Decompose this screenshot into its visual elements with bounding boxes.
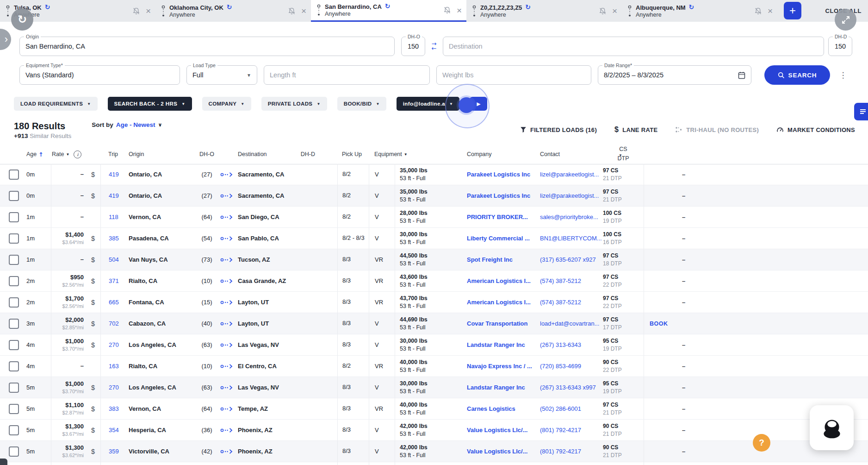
pickup-column-header[interactable]: Pick Up [337,151,369,157]
row-trip-link[interactable]: 419 [100,185,123,206]
book-bid-chip[interactable]: BOOK/BID ▼ [337,97,386,111]
rate-details-icon[interactable]: $ [86,377,100,398]
similar-results[interactable]: +913 Similar Results [14,132,71,139]
route-icon[interactable] [217,164,236,185]
table-row[interactable]: 1m $1,400 $3.64*/mi $ 385 Pasadena, CA (… [0,227,868,249]
row-trip-link[interactable]: 388 [100,462,123,465]
table-row[interactable]: 5m $1,300 $3.67*/mi $ 354 Hesperia, CA (… [0,419,868,440]
destination-field[interactable] [443,37,824,56]
table-row[interactable]: 2m $1,700 $2.56*/mi $ 665 Fontana, CA (1… [0,291,868,313]
refresh-icon[interactable]: ↻ [525,3,531,11]
search-button[interactable]: SEARCH [764,65,830,85]
row-contact-link[interactable]: load+dat@covartran... [540,313,603,334]
row-checkbox[interactable] [9,276,19,286]
route-icon[interactable] [217,313,236,334]
table-row[interactable]: 4m $1,000 $3.70*/mi $ 270 Los Angeles, C… [0,334,868,355]
equipment-column-header[interactable]: Equipment ▼ [369,151,395,157]
table-row[interactable]: 0m – $ 419 Ontario, CA (27) Sacramento, … [0,185,868,206]
row-trip-link[interactable]: 383 [100,398,123,419]
row-book-action[interactable]: – [644,207,723,227]
row-trip-link[interactable]: 354 [100,420,123,440]
row-checkbox[interactable] [9,404,19,414]
rate-details-icon[interactable]: $ [86,164,100,185]
contact-column-header[interactable]: Contact [540,151,603,157]
length-input[interactable] [270,71,424,79]
row-company-link[interactable]: Parakeet Logistics Inc [465,164,540,185]
row-company-link[interactable]: Navajo Express Inc / ... [465,356,540,377]
email-account-selector[interactable]: info@loadline.a ▼ [397,97,460,111]
dh-origin-input[interactable] [407,43,419,50]
row-company-link[interactable]: PRIORITY BROKER... [465,207,540,227]
dh-origin-field[interactable]: DH-O [401,37,425,56]
dh-destination-field[interactable]: DH-D [828,37,852,56]
table-row[interactable]: 5m $1,100 $2.87*/mi $ 383 Vernon, CA (64… [0,398,868,419]
origin-input[interactable] [25,43,389,50]
sidebar-expand-chevron[interactable]: › [0,29,11,50]
row-checkbox[interactable] [9,340,19,350]
table-row[interactable]: 2m $950 $2.56*/mi $ 371 Rialto, CA (10) … [0,270,868,291]
row-company-link[interactable]: Value Logistics Llc/... [465,420,540,440]
market-conditions-button[interactable]: MARKET CONDITIONS [776,126,855,133]
row-contact-link[interactable]: (317) 635-6207 x927 [540,249,603,270]
row-company-link[interactable]: Liberty Commercial ... [465,228,540,249]
side-panel-toggle[interactable] [854,103,868,120]
search-tab[interactable]: San Bernardino, CA↻ Anywhere × [311,0,466,22]
route-icon[interactable] [217,334,236,355]
rate-details-icon[interactable]: $ [86,185,100,206]
table-row[interactable]: 1m – $ 504 Van Nuys, CA (73) Tucson, AZ … [0,249,868,270]
load-requirements-chip[interactable]: LOAD REQUIREMENTS ▼ [14,97,98,111]
row-trip-link[interactable]: 118 [100,207,123,227]
row-contact-link[interactable]: lizel@parakeetlogist... [540,185,603,206]
run-search-play-button[interactable]: ▶ [470,97,487,111]
origin-column-header[interactable]: Origin [123,151,197,157]
rate-details-icon[interactable]: $ [86,398,100,419]
refresh-button[interactable]: ↻ [11,8,33,31]
swap-origin-destination-button[interactable]: →← [425,37,443,56]
lane-rate-button[interactable]: $ LANE RATE [614,126,657,134]
mute-notifications-icon[interactable] [443,6,451,14]
table-row[interactable]: 5m $1,300 $3.62*/mi $ 359 Victorville, C… [0,440,868,462]
rate-details-icon[interactable]: $ [86,420,100,440]
row-book-action[interactable]: – [644,164,723,185]
table-row[interactable]: 5m $1,000 $3.70*/mi $ 270 Los Angeles, C… [0,377,868,398]
mute-notifications-icon[interactable] [754,7,762,15]
table-row[interactable]: 1m – $ 118 Vernon, CA (64) San Diego, CA… [0,206,868,227]
rate-details-icon[interactable]: $ [86,249,100,270]
row-contact-link[interactable]: BN1@LIBERTYCOM... [540,228,603,249]
row-checkbox[interactable] [9,233,19,244]
info-icon[interactable]: i [74,151,81,158]
row-checkbox[interactable] [9,212,19,222]
date-range-field[interactable]: Date Range* 8/2/2025 – 8/3/2025 [598,65,751,85]
cs-dtp-column-header[interactable]: CS DTP ▼ [603,146,644,162]
age-column-header[interactable]: Age ↑ [22,151,51,158]
destination-column-header[interactable]: Destination DH-D [236,151,337,157]
company-column-header[interactable]: Company [465,151,540,157]
search-tab[interactable]: Z0,Z1,Z2,Z3,Z5↻ Anywhere × [466,0,622,22]
row-book-action[interactable]: – [644,420,723,440]
rate-details-icon[interactable]: $ [86,441,100,462]
row-checkbox[interactable] [9,297,19,308]
route-icon[interactable] [217,398,236,419]
route-icon[interactable] [217,377,236,398]
row-company-link[interactable]: American Logistics I... [465,292,540,313]
rate-details-icon[interactable]: $ [86,292,100,313]
rate-details-icon[interactable]: $ [86,313,100,334]
route-icon[interactable] [217,185,236,206]
refresh-icon[interactable]: ↻ [227,3,232,11]
route-icon[interactable] [217,228,236,249]
row-company-link[interactable]: Parakeet Logistics Inc [465,185,540,206]
row-trip-link[interactable]: 504 [100,249,123,270]
row-checkbox[interactable] [9,319,19,329]
weight-field[interactable] [436,65,591,85]
search-tab[interactable]: Albuquerque, NM↻ Anywhere × [622,0,777,22]
row-book-action[interactable]: – [644,292,723,313]
rate-details-icon[interactable]: $ [86,228,100,249]
row-company-link[interactable]: Landstar Ranger Inc [465,334,540,355]
fullscreen-expand-button[interactable] [835,9,856,31]
row-book-action[interactable]: BOOK [644,313,723,334]
row-checkbox[interactable] [9,170,19,180]
private-loads-chip[interactable]: PRIVATE LOADS ▼ [261,97,327,111]
route-icon[interactable] [217,441,236,462]
row-book-action[interactable]: – [644,441,723,462]
company-chip[interactable]: COMPANY ▼ [202,97,251,111]
